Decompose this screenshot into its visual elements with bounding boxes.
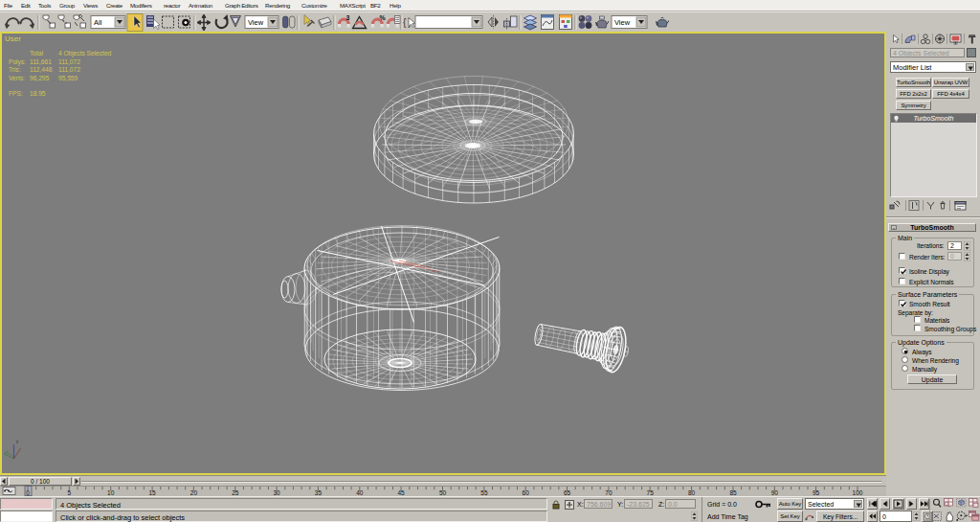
- svg-text:All: All: [94, 18, 102, 27]
- svg-text:40: 40: [356, 489, 364, 496]
- svg-text:55: 55: [480, 489, 488, 496]
- svg-text:50: 50: [439, 489, 447, 496]
- svg-text:20: 20: [190, 489, 198, 496]
- svg-text:85: 85: [729, 489, 737, 496]
- svg-text:35: 35: [315, 489, 323, 496]
- svg-text:45: 45: [397, 489, 405, 496]
- svg-text:5: 5: [67, 489, 71, 496]
- svg-text:0: 0: [26, 489, 30, 496]
- svg-text:70: 70: [605, 489, 612, 496]
- svg-text:10: 10: [107, 489, 115, 496]
- svg-text:z: z: [16, 439, 19, 444]
- svg-text:75: 75: [647, 489, 655, 496]
- svg-text:60: 60: [523, 489, 530, 496]
- svg-text:30: 30: [273, 489, 280, 496]
- svg-text:65: 65: [564, 489, 571, 496]
- svg-text:80: 80: [688, 489, 696, 496]
- svg-text:%: %: [380, 14, 387, 21]
- svg-text:15: 15: [148, 489, 156, 496]
- svg-text:100: 100: [853, 489, 863, 496]
- svg-text:90: 90: [771, 489, 779, 496]
- svg-text:25: 25: [232, 489, 239, 496]
- svg-text:View: View: [614, 18, 631, 27]
- svg-text:View: View: [248, 18, 264, 27]
- svg-text:3: 3: [346, 14, 350, 21]
- svg-text:95: 95: [813, 489, 820, 496]
